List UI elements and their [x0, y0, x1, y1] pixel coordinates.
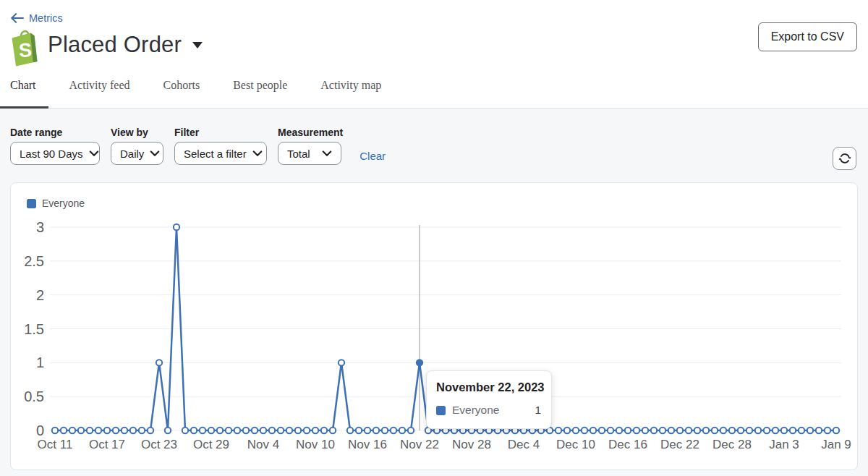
svg-text:Oct 17: Oct 17 [89, 438, 125, 451]
shopify-logo-icon: S [6, 27, 43, 67]
svg-text:Dec 10: Dec 10 [556, 438, 595, 451]
tab-best-people[interactable]: Best people [233, 79, 287, 92]
tab-chart[interactable]: Chart [10, 79, 36, 92]
title-caret-icon [192, 42, 203, 48]
tooltip-series-value: 1 [535, 404, 541, 417]
svg-text:S: S [18, 39, 33, 61]
tooltip-date: November 22, 2023 [436, 381, 541, 394]
date-range-field: Date range Last 90 Days [10, 127, 100, 165]
svg-text:Nov 16: Nov 16 [348, 438, 387, 451]
view-by-label: View by [111, 127, 163, 138]
back-to-metrics-link[interactable]: Metrics [10, 12, 63, 24]
chart-tooltip: November 22, 2023 Everyone 1 [426, 370, 552, 429]
filter-label: Filter [174, 127, 267, 138]
svg-text:Dec 28: Dec 28 [712, 438, 752, 451]
view-by-value: Daily [120, 148, 144, 160]
tab-cohorts[interactable]: Cohorts [163, 79, 200, 92]
tooltip-series-swatch [436, 406, 446, 415]
chevron-down-icon [89, 150, 99, 157]
svg-text:1: 1 [36, 354, 44, 370]
header: Metrics S Placed Order Export to CSV [0, 0, 868, 75]
back-arrow-icon [10, 13, 24, 23]
date-range-value: Last 90 Days [20, 148, 83, 160]
chart-card: Everyone 00.511.522.53Oct 11Oct 17Oct 23… [10, 182, 858, 470]
measurement-field: Measurement Total [278, 127, 343, 165]
tab-activity-feed[interactable]: Activity feed [69, 79, 130, 92]
content-area: Date range Last 90 Days View by Daily Fi… [0, 109, 868, 476]
svg-text:2: 2 [36, 287, 44, 303]
measurement-select[interactable]: Total [278, 142, 341, 165]
chevron-down-icon [322, 150, 332, 157]
chevron-down-icon [252, 150, 263, 157]
page-title: Placed Order [48, 32, 182, 58]
tabs-row: Chart Activity feed Cohorts Best people … [0, 75, 868, 109]
svg-text:Oct 23: Oct 23 [141, 438, 177, 451]
svg-text:2.5: 2.5 [24, 253, 44, 269]
measurement-value: Total [287, 148, 310, 160]
clear-filters-link[interactable]: Clear [359, 150, 386, 162]
refresh-button[interactable] [833, 147, 856, 170]
svg-text:3: 3 [36, 219, 44, 235]
svg-text:Nov 28: Nov 28 [452, 438, 491, 451]
export-button-label: Export to CSV [771, 30, 844, 43]
svg-text:Oct 29: Oct 29 [193, 438, 229, 451]
svg-text:Dec 4: Dec 4 [508, 438, 540, 451]
svg-text:Nov 4: Nov 4 [247, 438, 279, 451]
date-range-label: Date range [10, 127, 100, 138]
tooltip-row: Everyone 1 [436, 404, 541, 417]
svg-text:Nov 10: Nov 10 [296, 438, 335, 451]
svg-text:Jan 9: Jan 9 [821, 438, 851, 451]
svg-text:1.5: 1.5 [24, 321, 44, 337]
filter-value: Select a filter [184, 148, 247, 160]
measurement-label: Measurement [278, 127, 343, 138]
filter-select[interactable]: Select a filter [174, 142, 267, 165]
svg-text:Nov 22: Nov 22 [400, 438, 439, 451]
svg-text:0: 0 [36, 422, 44, 438]
filter-bar: Date range Last 90 Days View by Daily Fi… [0, 109, 868, 165]
date-range-select[interactable]: Last 90 Days [10, 142, 100, 165]
export-to-csv-button[interactable]: Export to CSV [758, 22, 857, 51]
view-by-select[interactable]: Daily [111, 142, 163, 165]
metric-title-dropdown[interactable]: Placed Order [48, 32, 203, 58]
tab-activity-map[interactable]: Activity map [320, 79, 381, 92]
back-link-label: Metrics [29, 12, 63, 24]
svg-text:Jan 3: Jan 3 [769, 438, 799, 451]
view-by-field: View by Daily [111, 127, 163, 165]
svg-text:Dec 22: Dec 22 [660, 438, 699, 451]
sync-arrows-icon [838, 151, 852, 166]
svg-text:0.5: 0.5 [24, 388, 44, 404]
chevron-down-icon [150, 150, 160, 157]
tooltip-series-name: Everyone [452, 404, 535, 417]
svg-text:Dec 16: Dec 16 [608, 438, 647, 451]
filter-field: Filter Select a filter [174, 127, 267, 165]
svg-text:Oct 11: Oct 11 [38, 438, 73, 451]
